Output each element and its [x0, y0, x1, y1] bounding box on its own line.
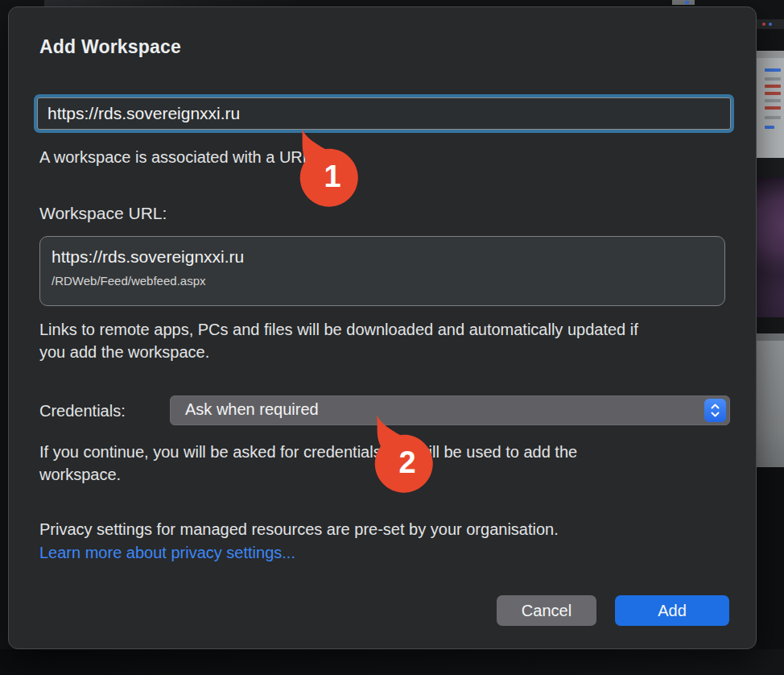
- workspace-url-input[interactable]: [37, 97, 731, 130]
- background-list-row: [765, 99, 781, 102]
- workspace-url-summary-box: https://rds.sovereignxxi.ru /RDWeb/Feed/…: [39, 236, 725, 306]
- annotation-number: 1: [324, 159, 340, 193]
- credentials-select[interactable]: Ask when required: [170, 395, 730, 425]
- workspace-url-value: https://rds.sovereignxxi.ru: [52, 246, 713, 267]
- privacy-settings-link[interactable]: Learn more about privacy settings...: [39, 541, 295, 564]
- chevron-down-icon: [710, 411, 720, 418]
- add-button[interactable]: Add: [615, 595, 729, 626]
- desktop-background: Add Workspace A workspace is associated …: [0, 0, 784, 675]
- background-list-row: [765, 92, 781, 95]
- annotation-balloon-2: 2: [367, 413, 439, 494]
- background-window-list: [757, 58, 784, 158]
- background-window-tab: [672, 0, 695, 5]
- background-list-row: [765, 106, 781, 110]
- workspace-url-label: Workspace URL:: [39, 202, 167, 225]
- background-window-titlebar: [757, 19, 784, 29]
- background-gap: [757, 317, 784, 333]
- credentials-label: Credentials:: [39, 400, 126, 422]
- background-list-row: [765, 126, 774, 129]
- stepper-icon: [704, 399, 726, 422]
- background-list-row: [765, 68, 781, 72]
- background-wallpaper-purple: [757, 177, 784, 317]
- cancel-button[interactable]: Cancel: [497, 595, 596, 626]
- chevron-up-icon: [710, 403, 720, 410]
- annotation-balloon-1: 1: [292, 127, 365, 208]
- background-dark-area: [757, 467, 784, 675]
- background-list-row: [765, 116, 781, 119]
- privacy-note-text: Privacy settings for managed resources a…: [39, 518, 683, 540]
- titlebar-red-dot: [762, 23, 765, 26]
- dialog-title: Add Workspace: [39, 36, 181, 58]
- titlebar-blue-dot: [769, 23, 772, 26]
- background-bottom-strip: [0, 649, 784, 675]
- download-note-text: Links to remote apps, PCs and files will…: [39, 318, 639, 363]
- background-list-row: [765, 85, 781, 88]
- background-window-tabstrip: [757, 333, 784, 341]
- url-help-text: A workspace is associated with a URL.: [39, 146, 316, 168]
- background-wallpaper-fragment: [44, 0, 310, 6]
- background-window-body: [757, 341, 784, 467]
- background-list-row: [765, 77, 781, 81]
- background-gap: [757, 158, 784, 177]
- annotation-number: 2: [398, 445, 415, 479]
- credentials-note-text: If you continue, you will be asked for c…: [39, 441, 623, 486]
- background-blue-speck: [685, 1, 689, 4]
- credentials-selected-option: Ask when required: [185, 400, 319, 419]
- add-workspace-dialog: Add Workspace A workspace is associated …: [8, 6, 757, 649]
- workspace-feed-path: /RDWeb/Feed/webfeed.aspx: [52, 273, 713, 289]
- background-window-toolbar: [757, 51, 784, 58]
